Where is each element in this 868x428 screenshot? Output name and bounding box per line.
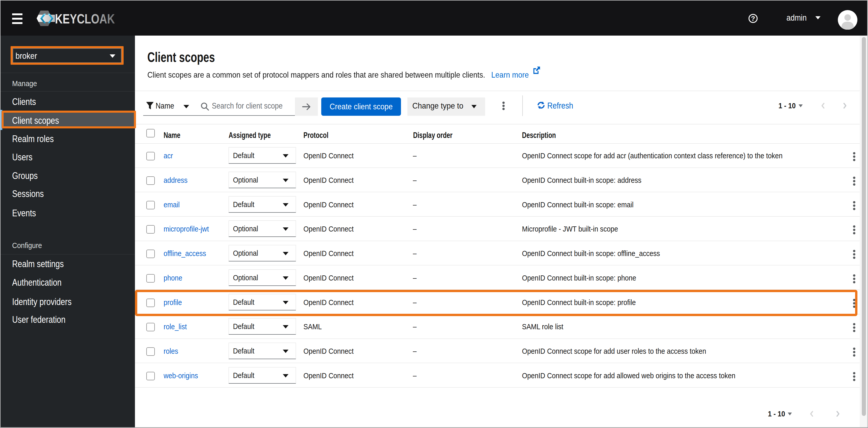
svg-text:?: ? — [751, 15, 755, 23]
svg-text:KEYCLOAK: KEYCLOAK — [55, 11, 115, 26]
